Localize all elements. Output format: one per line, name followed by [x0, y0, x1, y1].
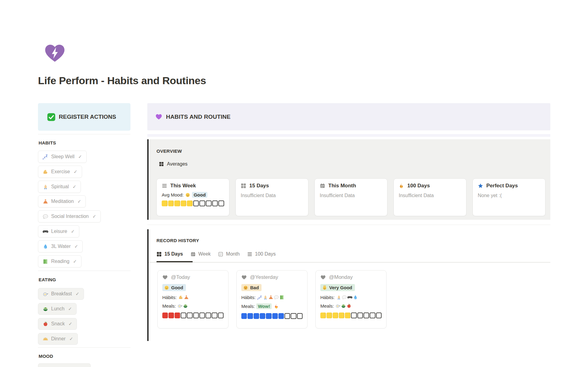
avg-mood-line: Avg Mood: Good	[162, 192, 224, 198]
overview-card-this-week[interactable]: This Week Avg Mood: Good	[156, 178, 229, 216]
bar-segment	[357, 313, 363, 318]
bar-segment	[181, 313, 186, 318]
averages-row[interactable]: Averages	[159, 161, 187, 167]
habits-row: Hábits:	[162, 295, 224, 300]
tab-week[interactable]: Week	[190, 251, 211, 257]
check-mark: ✓	[78, 154, 82, 159]
history-card-today[interactable]: @Today Good Hábits: Meals:	[157, 270, 228, 328]
tab-100-days[interactable]: 100 Days	[247, 251, 276, 257]
register-actions-label: REGISTER ACTIONS	[59, 114, 116, 120]
habit-label: Social Interaction	[51, 214, 89, 219]
mood-button-partial[interactable]	[38, 363, 91, 367]
svg-text:Z: Z	[260, 295, 262, 298]
bar-segment	[206, 200, 212, 206]
bar-segment	[326, 313, 332, 318]
bar-segment	[168, 200, 174, 206]
card-title: This Month	[328, 183, 356, 189]
svg-text:z: z	[258, 296, 260, 299]
speech-balloon-icon	[43, 214, 48, 219]
bar-segment	[247, 313, 253, 319]
eating-label: Dinner	[51, 336, 66, 342]
mood-label: Good	[171, 285, 183, 290]
bar-segment	[212, 313, 217, 318]
banner-title: HABITS AND ROUTINE	[166, 114, 231, 120]
game-controller-icon	[43, 229, 48, 234]
habit-button-exercise[interactable]: Exercise ✓	[38, 166, 82, 178]
apple-icon	[346, 303, 352, 309]
habit-button-meditation[interactable]: Meditation ✓	[38, 195, 86, 208]
register-actions-button[interactable]: REGISTER ACTIONS	[38, 103, 130, 131]
habits-row-label: Hábits:	[241, 295, 256, 300]
pan-icon	[335, 303, 341, 309]
bar-segment	[266, 313, 271, 319]
habit-button-sleep-well[interactable]: zzZ Sleep Well ✓	[38, 151, 87, 163]
bar-segment	[212, 200, 218, 206]
bar-segment	[285, 313, 290, 319]
meals-row-label: Meals:	[162, 303, 176, 309]
bar-segment	[193, 200, 199, 206]
check-mark: ✓	[68, 321, 72, 327]
calendar-icon	[320, 183, 325, 189]
bar-segment	[278, 313, 284, 319]
habit-button-social-interaction[interactable]: Social Interaction ✓	[38, 210, 101, 223]
check-mark: ✓	[68, 306, 72, 312]
tab-15-days[interactable]: 15 Days	[156, 251, 183, 257]
eating-button-dinner[interactable]: Dinner ✓	[38, 333, 78, 345]
pray-icon	[336, 295, 341, 300]
habit-button-reading[interactable]: Reading ✓	[38, 255, 81, 268]
bar-segment	[376, 313, 382, 318]
bar-segment	[333, 313, 338, 318]
purple-heart-icon	[155, 113, 162, 120]
page-title: Life Perform - Habits and Routines	[38, 75, 206, 87]
habit-button-spiritual[interactable]: Spiritual ✓	[38, 181, 81, 193]
overview-heading: OVERVIEW	[156, 148, 182, 154]
check-mark: ✓	[69, 336, 73, 342]
bar-segment	[181, 200, 187, 206]
overview-card-perfect-days[interactable]: Perfect Days None yet :(	[473, 178, 545, 216]
taco-icon	[43, 336, 48, 342]
history-card-yesterday[interactable]: @Yesterday Bad Hábits: zzZ Meals: Wow!	[236, 270, 307, 328]
overview-card-this-month[interactable]: This Month Insufficient Data	[315, 178, 387, 216]
mood-label: Very Good	[329, 285, 352, 290]
history-card-monday[interactable]: @Monday Very Good Hábits: Meals:	[315, 270, 386, 328]
eating-button-lunch[interactable]: Lunch ✓	[38, 303, 77, 315]
overview-card-100-days[interactable]: 100 Days Insufficient Data	[394, 178, 466, 216]
halo-face-icon	[322, 285, 327, 290]
check-mark: ✓	[73, 259, 77, 264]
card-title: 100 Days	[407, 183, 430, 189]
salad-icon	[43, 306, 48, 312]
overview-cards: This Week Avg Mood: Good 15 Days Insuffi…	[156, 178, 545, 216]
mood-badge: Bad	[241, 284, 262, 291]
list-icon	[162, 183, 167, 189]
gray-heart-icon	[241, 275, 247, 280]
eating-button-snack[interactable]: Snack ✓	[38, 318, 77, 330]
overview-card-15-days[interactable]: 15 Days Insufficient Data	[236, 178, 308, 216]
rows-icon	[247, 252, 252, 257]
card-title: This Week	[170, 183, 196, 189]
notion-page: { "page": { "title": "Life Perform - Hab…	[0, 0, 588, 367]
apple-icon	[43, 321, 48, 327]
bar-segment	[205, 313, 211, 318]
tab-month[interactable]: Month	[218, 251, 239, 257]
meals-row-label: Meals:	[241, 304, 255, 309]
habit-label: Sleep Well	[51, 154, 74, 159]
meals-row: Meals:	[162, 303, 224, 309]
bar-segment	[187, 313, 192, 318]
check-mark: ✓	[74, 169, 77, 174]
avg-mood-prefix: Avg Mood:	[162, 192, 183, 197]
history-cards: @Today Good Hábits: Meals: @Yesterday	[157, 270, 386, 328]
progress-bar	[241, 313, 303, 319]
eating-button-breakfast[interactable]: Breakfast ✓	[38, 288, 84, 300]
habit-button-leisure[interactable]: Leisure ✓	[38, 225, 79, 238]
banner-strip	[147, 134, 550, 137]
habit-button-3l-water[interactable]: 3L Water ✓	[38, 240, 83, 253]
calendar-icon	[190, 252, 196, 257]
grid-icon	[156, 252, 162, 257]
active-tab-underline	[156, 261, 193, 262]
salad-icon	[183, 303, 188, 309]
svg-text:z: z	[44, 155, 45, 159]
sidebar-divider	[38, 271, 130, 271]
habit-label: Reading	[51, 259, 70, 264]
main-divider	[147, 225, 550, 225]
zzz-icon: zzZ	[43, 154, 48, 160]
